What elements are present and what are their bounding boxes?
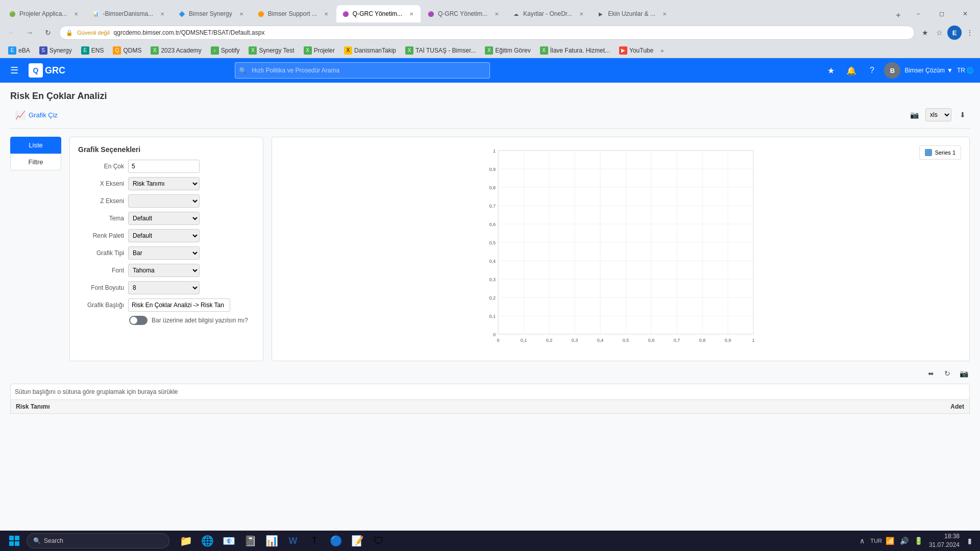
browser-tab-projeler[interactable]: 🟢Projeler Applica...✕ — [3, 5, 85, 22]
new-tab-button[interactable]: + — [891, 8, 905, 22]
bar-adet-toggle[interactable] — [129, 316, 148, 325]
tab-close-bimser[interactable]: ✕ — [158, 10, 166, 18]
extensions-button[interactable]: ★ — [919, 27, 931, 39]
user-avatar[interactable]: B — [884, 62, 900, 79]
tab-label-ekin: Ekin Uzunlar & ... — [608, 10, 655, 17]
grafik-basligi-input[interactable] — [128, 298, 230, 312]
browser-tab-qgrc2[interactable]: 🟣Q-GRC Yönetim...✕ — [422, 5, 506, 22]
address-bar[interactable]: 🔒 Güvenli değil qgrcdemo.bimser.com.tr/Q… — [59, 26, 915, 40]
browser-tab-ekin[interactable]: ▶Ekin Uzunlar & ...✕ — [592, 5, 674, 22]
bookmarks-overflow-button[interactable]: » — [660, 47, 664, 54]
user-label[interactable]: Bimser Çözüm ▼ — [904, 67, 953, 74]
bookmark-item-12[interactable]: ▶YouTube — [615, 45, 657, 56]
browser-tab-bimsersynergy[interactable]: 🔷Bimser Synergy✕ — [173, 5, 251, 22]
svg-rect-46 — [15, 536, 19, 540]
browser-tab-bimsersupport[interactable]: 🟠Bimser Support ...✕ — [252, 5, 335, 22]
taskbar: 🔍 Search 📁 🌐 📧 📓 📊 W T 🔵 📝 🛡 ∧ TUR 📶 🔊 🔋… — [0, 531, 980, 551]
bookmark-label-3: QDMS — [123, 47, 141, 54]
bookmark-item-3[interactable]: QQDMS — [109, 45, 145, 56]
taskbar-app-files[interactable]: 📁 — [176, 531, 196, 551]
start-button[interactable] — [4, 532, 24, 550]
bookmark-icon-7: X — [304, 46, 312, 55]
print-button[interactable]: 📷 — [907, 108, 921, 122]
tab-label-bimsersupport: Bimser Support ... — [268, 10, 317, 17]
security-label: Güvenli değil — [77, 30, 110, 36]
format-select[interactable]: xlsxlsxpdfcsv — [925, 108, 951, 121]
bookmark-item-5[interactable]: ♪Spotify — [207, 45, 244, 56]
taskbar-app-onenote[interactable]: 📓 — [240, 531, 260, 551]
settings-button[interactable]: ⋮ — [964, 27, 976, 39]
bookmark-item-4[interactable]: X2023 Academy — [146, 45, 205, 56]
close-button[interactable]: ✕ — [953, 5, 977, 22]
taskbar-app-chrome[interactable]: 🔵 — [326, 531, 346, 551]
bookmark-item-8[interactable]: XDanismanTakip — [340, 45, 400, 56]
tab-icon-bimsersupport: 🟠 — [257, 10, 265, 18]
tab-close-bimsersupport[interactable]: ✕ — [322, 10, 330, 18]
taskbar-app-security[interactable]: 🛡 — [369, 531, 389, 551]
liste-tab[interactable]: Liste — [10, 137, 61, 154]
tab-close-qgrc1[interactable]: ✕ — [407, 10, 415, 18]
bookmark-item-2[interactable]: EENS — [77, 45, 108, 56]
notification-button[interactable]: 🔔 — [843, 62, 860, 79]
renk-paleti-select[interactable]: Default — [128, 229, 200, 242]
z-ekseni-select[interactable] — [128, 194, 200, 208]
grafik-tipi-select[interactable]: Bar — [128, 246, 200, 260]
back-button[interactable]: ← — [4, 26, 18, 40]
font-boyutu-select[interactable]: 8 — [128, 281, 200, 294]
grafik-ciz-button[interactable]: 📈 Grafik Çiz — [10, 108, 63, 122]
taskbar-app-edge[interactable]: 🌐 — [197, 531, 217, 551]
refresh-button[interactable]: ↻ — [41, 26, 55, 40]
bookmark-item-10[interactable]: XEğitim Görev — [481, 45, 534, 56]
help-button[interactable]: ? — [864, 62, 880, 79]
taskbar-app-excel[interactable]: 📊 — [261, 531, 282, 551]
refresh-chart-icon[interactable]: ↻ — [941, 367, 953, 380]
tab-close-qgrc2[interactable]: ✕ — [493, 10, 501, 18]
search-input[interactable] — [235, 62, 490, 79]
bookmark-item-0[interactable]: EeBA — [4, 45, 34, 56]
x-ekseni-select[interactable]: Risk Tanımı — [128, 177, 200, 190]
browser-tab-qgrc1[interactable]: 🟣Q-GRC Yönetim...✕ — [336, 5, 421, 22]
bookmark-item-7[interactable]: XProjeler — [300, 45, 339, 56]
restore-button[interactable]: ◻ — [930, 5, 953, 22]
tab-close-kayitlar[interactable]: ✕ — [577, 10, 585, 18]
battery-icon[interactable]: 🔋 — [913, 535, 925, 547]
font-select[interactable]: Tahoma — [128, 264, 200, 277]
tab-close-ekin[interactable]: ✕ — [660, 10, 669, 18]
svg-text:1: 1 — [493, 148, 496, 154]
chevron-up-icon[interactable]: ∧ — [856, 535, 868, 547]
bookmark-item-1[interactable]: SSynergy — [35, 45, 76, 56]
minimize-button[interactable]: − — [906, 5, 930, 22]
wifi-icon[interactable]: 📶 — [884, 535, 896, 547]
download-button[interactable]: ⬇ — [955, 108, 970, 122]
tab-label-bimser: -BimserDanisma... — [103, 10, 153, 17]
bookmark-item-6[interactable]: XSynergy Test — [244, 45, 298, 56]
menu-button[interactable]: ☰ — [6, 62, 22, 79]
tab-close-bimsersynergy[interactable]: ✕ — [237, 10, 246, 18]
resize-icon[interactable]: ⬌ — [925, 367, 937, 380]
star-button[interactable]: ★ — [823, 62, 839, 79]
export-chart-icon[interactable]: 📷 — [958, 367, 970, 380]
tab-close-projeler[interactable]: ✕ — [72, 10, 80, 18]
volume-icon[interactable]: 🔊 — [898, 535, 911, 547]
bookmark-item-9[interactable]: XTAİ TUSAŞ - Bimser... — [401, 45, 480, 56]
taskbar-app-outlook[interactable]: 📧 — [218, 531, 239, 551]
chart-svg: 1 0,9 0,8 0,7 0,6 0,5 0,4 0,3 0,2 0,1 0 … — [280, 145, 961, 349]
language-selector[interactable]: TR 🌐 — [957, 67, 974, 74]
taskbar-app-teams[interactable]: T — [304, 531, 325, 551]
forward-button[interactable]: → — [22, 26, 37, 40]
en-cok-input[interactable] — [128, 160, 200, 173]
taskbar-app-word[interactable]: W — [283, 531, 303, 551]
svg-text:0,4: 0,4 — [489, 259, 496, 264]
bookmark-item-11[interactable]: Xİlave Fatura. Hizmet... — [536, 45, 614, 56]
browser-tab-bimser[interactable]: 📊-BimserDanisma...✕ — [86, 5, 172, 22]
bookmark-button[interactable]: ☆ — [933, 27, 945, 39]
profile-button[interactable]: E — [947, 26, 962, 40]
search-container: 🔍 — [235, 62, 490, 79]
browser-tab-kayitlar[interactable]: ☁Kayıtlar - OneDr...✕ — [507, 5, 591, 22]
page-title: Risk En Çoklar Analizi — [10, 91, 970, 102]
filtre-tab[interactable]: Filtre — [10, 154, 61, 170]
notification-center-icon[interactable]: ▮ — [964, 535, 976, 547]
taskbar-app-notepad[interactable]: 📝 — [347, 531, 368, 551]
taskbar-search[interactable]: 🔍 Search — [27, 533, 169, 548]
tema-select[interactable]: Default — [128, 212, 200, 225]
